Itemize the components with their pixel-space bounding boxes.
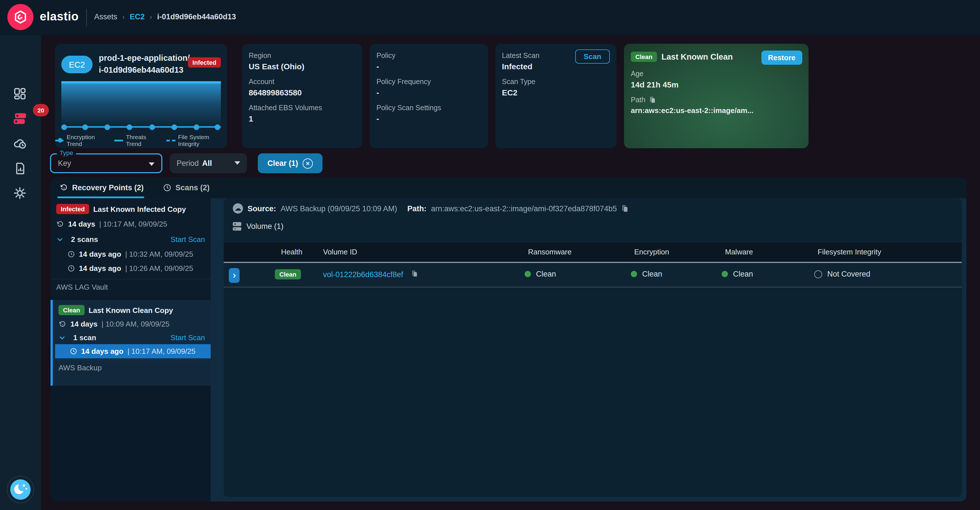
volume-id-link[interactable]: vol-01222b6d6384cf8ef	[323, 270, 403, 279]
recovery-point-item-infected[interactable]: Infected Last Known Infected Copy 14 day…	[51, 198, 211, 296]
clear-filters-button[interactable]: Clear (1) ✕	[258, 153, 323, 173]
account-value: 864899863580	[249, 88, 355, 97]
region-value: US East (Ohio)	[249, 62, 355, 71]
copy-icon[interactable]	[622, 204, 629, 213]
chevron-down-icon[interactable]	[59, 334, 66, 341]
history-icon	[59, 320, 67, 328]
volume-stack-icon	[233, 222, 241, 231]
region-card: Region US East (Ohio) Account 8648998635…	[242, 44, 362, 148]
malware-status: Clean	[722, 270, 753, 278]
path-label: Path	[631, 96, 645, 104]
copy-icon[interactable]	[649, 96, 656, 104]
header-divider	[86, 9, 87, 26]
recovery-point-age: 14 days	[68, 220, 95, 228]
type-filter-label: Type	[57, 149, 76, 156]
source-label: Source:	[248, 204, 276, 213]
path-value: arn:aws:ec2:us-east-2::image/am...	[631, 106, 802, 115]
chart-legend: Encryption Trend Threats Trend File Syst…	[55, 134, 227, 147]
volume-label: Volume (1)	[247, 222, 283, 231]
status-dot-green	[525, 271, 531, 277]
legend-line-dot-icon	[55, 139, 64, 141]
theme-toggle[interactable]	[7, 476, 34, 503]
recovery-point-title: Last Known Infected Copy	[93, 205, 186, 213]
latest-scan-card: Latest Scan Infected Scan Type EC2 Scan	[495, 44, 617, 148]
breadcrumb: Assets › EC2 › i-01d9d96eb44a60d13	[94, 13, 236, 21]
path-label: Path:	[407, 204, 427, 213]
clock-icon	[68, 250, 75, 258]
cloud-schedule-icon[interactable]	[13, 136, 27, 151]
clean-badge: Clean	[631, 52, 657, 62]
filesystem-integrity-status: Not Covered	[814, 270, 870, 278]
copy-icon[interactable]	[411, 270, 418, 278]
scan-entry-selected[interactable]: 14 days ago | 10:17 AM, 09/09/25	[55, 344, 211, 359]
scan-entry[interactable]: 14 days ago | 10:32 AM, 09/09/25	[51, 247, 211, 261]
infected-badge: Infected	[56, 204, 89, 214]
chevron-right-icon	[231, 273, 237, 279]
restore-button[interactable]: Restore	[761, 51, 802, 65]
settings-gear-icon[interactable]	[13, 186, 27, 201]
start-scan-link[interactable]: Start Scan	[170, 333, 205, 342]
policy-scan-settings-label: Policy Scan Settings	[377, 104, 482, 112]
policy-label: Policy	[377, 52, 482, 60]
report-icon[interactable]	[13, 161, 27, 175]
assets-icon[interactable]: 20	[13, 111, 27, 126]
asset-type-badge: EC2	[61, 56, 92, 73]
age-label: Age	[631, 70, 802, 78]
asset-name: prod-1-epe-application/ i-01d9d96eb44a60…	[99, 52, 190, 76]
elastio-logo-icon[interactable]	[7, 4, 33, 30]
col-health: Health	[281, 248, 302, 256]
source-row: ☁ Source: AWS Backup (09/09/25 10:09 AM)…	[233, 203, 629, 214]
scan-button[interactable]: Scan	[575, 49, 610, 64]
status-circle-outline	[814, 270, 822, 278]
chevron-down-icon	[149, 163, 154, 166]
recovery-point-item-clean-selected[interactable]: Clean Last Known Clean Copy 14 days | 10…	[51, 300, 211, 386]
col-malware: Malware	[725, 248, 753, 256]
region-label: Region	[249, 52, 355, 60]
volume-row: Volume (1)	[233, 222, 283, 231]
path-value: arn:aws:ec2:us-east-2::image/ami-0f327ed…	[431, 204, 617, 213]
scan-entry[interactable]: 14 days ago | 10:26 AM, 09/09/25	[51, 261, 211, 276]
vault-name: AWS Backup	[53, 360, 211, 375]
row-expand-button[interactable]	[229, 268, 240, 283]
clock-icon	[68, 265, 75, 272]
type-filter-select[interactable]: Type Key	[50, 153, 162, 173]
dashboard-icon[interactable]	[13, 86, 27, 101]
ransomware-status: Clean	[525, 270, 556, 278]
x-circle-icon: ✕	[302, 158, 313, 168]
breadcrumb-assets[interactable]: Assets	[94, 13, 117, 21]
table-header: Health Volume ID Ransomware Encryption M…	[224, 242, 962, 262]
policy-scan-settings-value: -	[377, 114, 482, 123]
chevron-right-icon: ›	[150, 13, 152, 21]
chevron-down-icon[interactable]	[56, 236, 64, 243]
tab-scans[interactable]: Scans (2)	[163, 183, 210, 192]
age-value: 14d 21h 45m	[631, 80, 802, 89]
recovery-point-timestamp: | 10:17 AM, 09/09/25	[99, 220, 167, 228]
clear-filters-label: Clear (1)	[267, 159, 298, 167]
asset-status-badge: Infected	[188, 57, 221, 68]
col-filesystem-integrity: Filesystem Integrity	[818, 248, 881, 256]
trend-chart	[61, 81, 221, 127]
period-filter-select[interactable]: Period All	[170, 153, 247, 173]
assets-count-badge: 20	[33, 104, 49, 116]
scan-type-value: EC2	[502, 88, 610, 97]
top-header: elastio Assets › EC2 › i-01d9d96eb44a60d…	[0, 0, 980, 35]
brand-name: elastio	[40, 10, 79, 23]
chevron-right-icon: ›	[123, 13, 125, 21]
start-scan-link[interactable]: Start Scan	[170, 235, 205, 244]
recovery-point-title: Last Known Clean Copy	[89, 306, 173, 314]
clean-badge: Clean	[59, 305, 84, 315]
legend-line-icon	[115, 139, 123, 141]
asset-summary-card: EC2 prod-1-epe-application/ i-01d9d96eb4…	[55, 44, 227, 148]
status-dot-green	[722, 271, 728, 277]
tab-recovery-points[interactable]: Recovery Points (2)	[60, 183, 144, 192]
breadcrumb-current: i-01d9d96eb44a60d13	[157, 13, 236, 21]
period-filter-label: Period	[177, 159, 199, 167]
moon-icon	[10, 479, 31, 500]
recovery-point-timestamp: | 10:09 AM, 09/09/25	[101, 320, 170, 328]
table-row: Clean vol-01222b6d6384cf8ef Clean Clean	[224, 262, 962, 287]
breadcrumb-ec2[interactable]: EC2	[130, 13, 145, 21]
health-badge: Clean	[275, 269, 301, 279]
col-encryption: Encryption	[634, 248, 669, 256]
policy-frequency-label: Policy Frequency	[377, 78, 482, 86]
clean-card-title: Last Known Clean	[662, 52, 733, 61]
